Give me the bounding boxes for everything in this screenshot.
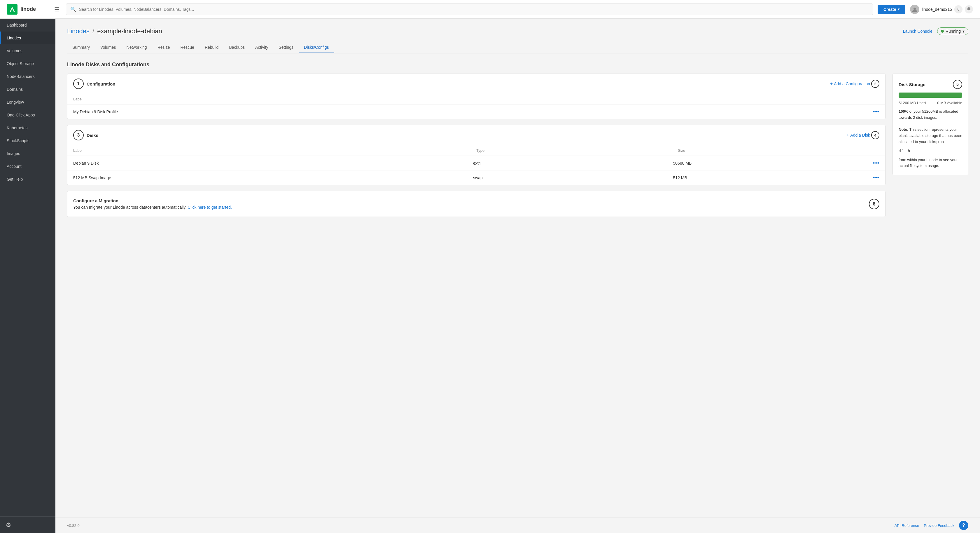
migration-description: You can migrate your Linode across datac…: [73, 205, 232, 209]
gear-icon[interactable]: ⚙: [6, 522, 11, 528]
sidebar-footer: ⚙: [0, 516, 56, 533]
storage-progress-bar: [899, 93, 962, 98]
sidebar-item-kubernetes[interactable]: Kubernetes: [0, 121, 56, 134]
step-6-circle: 6: [869, 199, 880, 209]
configuration-title: 1 Configuration: [73, 78, 115, 89]
sidebar-item-label: Linodes: [7, 36, 21, 40]
sidebar-item-object-storage[interactable]: Object Storage: [0, 57, 56, 70]
disk-label-2: 512 MB Swap Image: [73, 176, 473, 180]
sidebar-item-stackscripts[interactable]: StackScripts: [0, 134, 56, 147]
notification-badge[interactable]: 0: [955, 5, 963, 13]
breadcrumb-parent-link[interactable]: Linodes: [67, 27, 89, 35]
tab-networking[interactable]: Networking: [121, 42, 152, 53]
sidebar-item-label: Longview: [7, 100, 24, 104]
storage-percent: 100%: [899, 109, 908, 113]
sidebar-item-label: Dashboard: [7, 23, 27, 27]
footer-right: API Reference Provide Feedback ?: [894, 521, 968, 530]
sidebar-nav: Dashboard Linodes Volumes Object Storage…: [0, 19, 56, 516]
table-row: Debian 9 Disk ext4 50688 MB •••: [67, 156, 885, 171]
configuration-table-header: Label: [67, 94, 885, 104]
config-label-value: My Debian 9 Disk Profile: [73, 110, 873, 114]
status-label: Running: [946, 29, 961, 34]
sidebar-item-linodes[interactable]: Linodes: [0, 32, 56, 45]
breadcrumb-current: example-linode-debian: [97, 27, 162, 35]
storage-used: 51200 MB Used: [899, 101, 926, 105]
bell-icon[interactable]: [965, 5, 973, 13]
storage-available: 0 MB Available: [937, 101, 962, 105]
sidebar-item-label: Get Help: [7, 177, 23, 182]
disk-size-header: Size: [678, 148, 880, 153]
add-disk-button[interactable]: + Add a Disk 4: [846, 131, 880, 139]
storage-card: Disk Storage 5 51200 MB Used 0 MB Availa…: [892, 73, 968, 175]
provide-feedback-link[interactable]: Provide Feedback: [924, 523, 955, 528]
sidebar-item-label: Images: [7, 151, 20, 156]
storage-code: df -h: [899, 148, 962, 154]
tab-volumes[interactable]: Volumes: [95, 42, 121, 53]
hamburger-button[interactable]: ☰: [52, 4, 61, 14]
migration-title: Configure a Migration: [73, 198, 232, 203]
sidebar-item-nodebalancers[interactable]: NodeBalancers: [0, 70, 56, 83]
sidebar-item-volumes[interactable]: Volumes: [0, 45, 56, 57]
tab-disks-configs[interactable]: Disks/Configs: [299, 42, 334, 53]
plus-icon: +: [846, 132, 849, 138]
tab-summary[interactable]: Summary: [67, 42, 95, 53]
sidebar-item-account[interactable]: Account: [0, 160, 56, 173]
storage-bar-fill: [899, 93, 962, 98]
migration-link[interactable]: Click here to get started.: [188, 205, 232, 209]
config-actions-menu[interactable]: •••: [873, 109, 880, 115]
step-5-circle: 5: [953, 80, 962, 89]
sidebar-item-one-click-apps[interactable]: One-Click Apps: [0, 109, 56, 121]
logo-text: linode: [21, 6, 36, 12]
tab-settings[interactable]: Settings: [273, 42, 299, 53]
sidebar-item-longview[interactable]: Longview: [0, 96, 56, 109]
feedback-button[interactable]: ?: [959, 521, 968, 530]
sidebar-item-label: Object Storage: [7, 61, 34, 66]
disk-type-header: Type: [476, 148, 678, 153]
search-icon: 🔍: [70, 6, 76, 12]
step-3-circle: 3: [73, 130, 84, 140]
page-title: Linode Disks and Configurations: [67, 62, 968, 68]
sidebar-item-label: Account: [7, 164, 22, 169]
sidebar-item-get-help[interactable]: Get Help: [0, 173, 56, 186]
avatar: [910, 5, 920, 14]
create-button[interactable]: Create ▾: [878, 5, 905, 14]
add-configuration-button[interactable]: + Add a Configuration 2: [830, 80, 880, 88]
step-4-circle: 4: [871, 131, 880, 139]
disks-card: 3 Disks + Add a Disk 4 Label Type: [67, 125, 886, 185]
page-footer: v0.82.0 API Reference Provide Feedback ?: [56, 517, 980, 533]
sidebar-item-label: NodeBalancers: [7, 74, 35, 79]
disk-type-2: swap: [473, 176, 673, 180]
tab-backups[interactable]: Backups: [224, 42, 250, 53]
sidebar-item-domains[interactable]: Domains: [0, 83, 56, 96]
api-reference-link[interactable]: API Reference: [894, 523, 920, 528]
user-area: linode_demo215 0: [910, 5, 973, 14]
sidebar-item-label: One-Click Apps: [7, 113, 35, 117]
tab-activity[interactable]: Activity: [250, 42, 273, 53]
disk-type-1: ext4: [473, 161, 673, 166]
disk-size-1: 50688 MB: [673, 161, 873, 166]
tab-resize[interactable]: Resize: [152, 42, 175, 53]
disk-actions-menu-2[interactable]: •••: [873, 174, 880, 181]
disk-label-1: Debian 9 Disk: [73, 161, 473, 166]
chevron-down-icon: ▾: [898, 7, 899, 11]
search-input[interactable]: [79, 7, 869, 12]
tabs: Summary Volumes Networking Resize Rescue…: [67, 42, 968, 53]
disks-table-header: Label Type Size: [67, 145, 885, 156]
tab-rescue[interactable]: Rescue: [175, 42, 199, 53]
chevron-down-icon: ▾: [963, 29, 964, 34]
content-area: Linodes / example-linode-debian Launch C…: [56, 19, 980, 517]
breadcrumb: Linodes / example-linode-debian Launch C…: [67, 27, 968, 35]
configuration-card-header: 1 Configuration + Add a Configuration 2: [67, 74, 885, 94]
sidebar-item-label: Domains: [7, 87, 23, 92]
sidebar-item-dashboard[interactable]: Dashboard: [0, 19, 56, 32]
status-badge[interactable]: Running ▾: [937, 27, 968, 35]
tab-rebuild[interactable]: Rebuild: [199, 42, 224, 53]
version-text: v0.82.0: [67, 523, 80, 528]
disk-actions-menu-1[interactable]: •••: [873, 160, 880, 166]
disk-size-2: 512 MB: [673, 176, 873, 180]
launch-console-button[interactable]: Launch Console: [903, 29, 932, 34]
sidebar: Dashboard Linodes Volumes Object Storage…: [0, 19, 56, 533]
topbar-actions: Create ▾ linode_demo215 0: [878, 5, 973, 14]
sidebar-item-images[interactable]: Images: [0, 147, 56, 160]
plus-icon: +: [830, 81, 833, 86]
